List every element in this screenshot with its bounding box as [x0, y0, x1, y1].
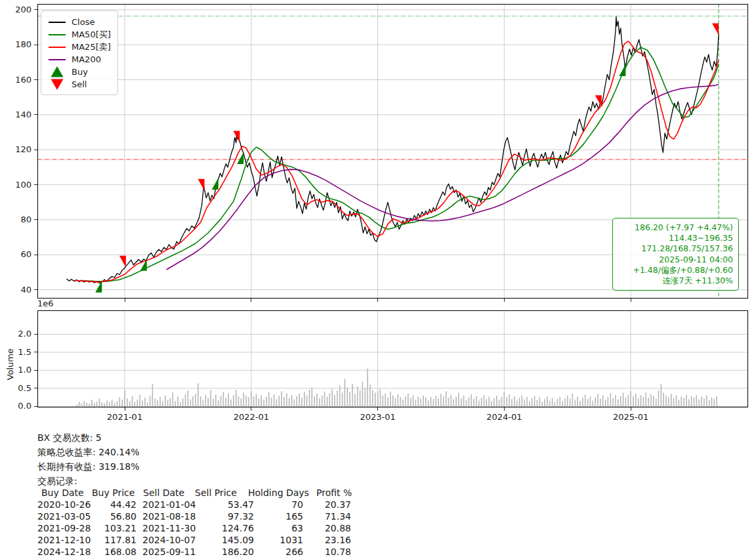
volume-bar	[579, 401, 581, 406]
col-header-buy-price: Buy Price	[92, 487, 135, 498]
y-tick-label: 1.0	[9, 365, 32, 375]
volume-bar	[618, 400, 619, 406]
volume-bar	[188, 390, 189, 406]
volume-bar	[410, 398, 411, 407]
col-header-sell-price: Sell Price	[195, 487, 237, 498]
volume-bar	[390, 392, 391, 407]
volume-bar	[648, 398, 649, 406]
volume-bar	[415, 400, 417, 406]
chart-legend: CloseMA50[买]MA25[卖]MA200BuySell	[41, 10, 118, 95]
volume-bar	[691, 396, 692, 406]
volume-bar	[278, 396, 280, 406]
volume-bar	[387, 398, 388, 407]
volume-bar	[96, 402, 98, 406]
volume-bar	[423, 396, 424, 407]
volume-bar	[698, 400, 700, 406]
trade-buy-date: 2021-09-28	[37, 523, 89, 533]
volume-bar	[562, 401, 563, 406]
volume-bar	[541, 402, 543, 406]
volume-bar	[157, 400, 158, 406]
volume-bar	[175, 401, 176, 406]
volume-bar	[213, 399, 214, 407]
volume-bar	[413, 395, 414, 406]
legend-label: MA200	[72, 54, 101, 64]
y-tick	[34, 184, 37, 185]
volume-bar	[139, 395, 140, 407]
info-line-mas: 171.28/168.75/157.36	[618, 243, 733, 254]
plot-border	[38, 311, 748, 407]
volume-bar	[499, 400, 500, 406]
volume-bar	[471, 394, 472, 406]
volume-bar	[440, 394, 442, 406]
volume-bar	[587, 399, 589, 406]
volume-bar	[405, 396, 406, 406]
volume-bar	[369, 384, 371, 406]
volume-bar	[625, 398, 627, 406]
volume-bar	[484, 395, 485, 406]
volume-bar	[372, 390, 373, 407]
col-header-holding-days: Holding Days	[248, 487, 309, 498]
volume-bar	[577, 397, 578, 407]
volume-bar	[345, 379, 346, 407]
volume-bar	[433, 399, 434, 406]
volume-bar	[119, 398, 121, 407]
volume-bar	[597, 394, 598, 407]
legend-label: MA50[买]	[72, 29, 111, 41]
volume-bar	[557, 399, 558, 406]
volume-bar	[94, 403, 95, 406]
volume-bar	[294, 400, 295, 406]
volume-bar	[377, 391, 379, 406]
buy-marker	[619, 64, 625, 76]
volume-bar	[354, 394, 356, 406]
x-tick	[377, 299, 378, 302]
x-tick-label: 2023-01	[360, 412, 395, 422]
quote-info-box: 186.20 (+7.97 +4.47%) 114.43~196.35 171.…	[612, 218, 739, 291]
y-tick-label: 140	[9, 110, 32, 119]
volume-bar	[455, 397, 457, 407]
volume-bar	[501, 397, 503, 406]
y-tick	[34, 219, 37, 220]
volume-bar	[383, 396, 384, 407]
volume-bar	[327, 397, 328, 407]
y-tick	[34, 114, 37, 115]
volume-bar	[360, 390, 361, 406]
volume-bar	[694, 398, 695, 406]
figure: 1e6 Volume CloseMA50[买]MA25[卖]MA200BuySe…	[0, 0, 756, 559]
volume-bar	[575, 400, 576, 406]
volume-bar	[595, 398, 596, 407]
trade-buy-date: 2024-12-18	[37, 547, 89, 557]
y-tick-label: 0.0	[9, 401, 32, 411]
y-tick-label: 0.5	[9, 383, 32, 393]
stat-trade-log-label: 交易记录:	[37, 476, 77, 487]
volume-bar	[582, 398, 583, 406]
volume-bar	[640, 395, 642, 406]
volume-bar	[259, 398, 260, 406]
volume-bar	[207, 398, 209, 406]
volume-bar	[706, 396, 707, 407]
volume-bar	[124, 390, 125, 407]
y-tick-label: 60	[9, 249, 32, 259]
volume-bar	[117, 402, 118, 407]
volume-bar	[668, 398, 669, 407]
volume-bar	[170, 398, 171, 407]
legend-line-swatch	[48, 59, 66, 60]
info-line-streak: 连涨7天 +11.30%	[618, 276, 733, 286]
trade-sell-date: 2024-10-07	[142, 535, 195, 545]
trade-holding-days: 1031	[254, 535, 303, 545]
volume-bar	[522, 395, 523, 406]
volume-bar	[129, 401, 131, 406]
volume-bar	[633, 396, 634, 406]
volume-bar	[375, 392, 376, 406]
volume-bar	[511, 399, 513, 406]
volume-bar	[686, 395, 687, 407]
legend-label: MA25[卖]	[72, 41, 111, 53]
y-tick-label: 40	[9, 285, 32, 295]
trade-holding-days: 165	[254, 511, 303, 522]
volume-bar	[177, 397, 178, 407]
trade-profit: 71.34	[303, 511, 351, 522]
trade-sell-date: 2025-09-11	[142, 547, 195, 557]
legend-item: MA200	[48, 53, 111, 66]
legend-line-swatch	[48, 47, 66, 48]
volume-bar	[271, 398, 272, 406]
volume-bar	[132, 396, 133, 406]
